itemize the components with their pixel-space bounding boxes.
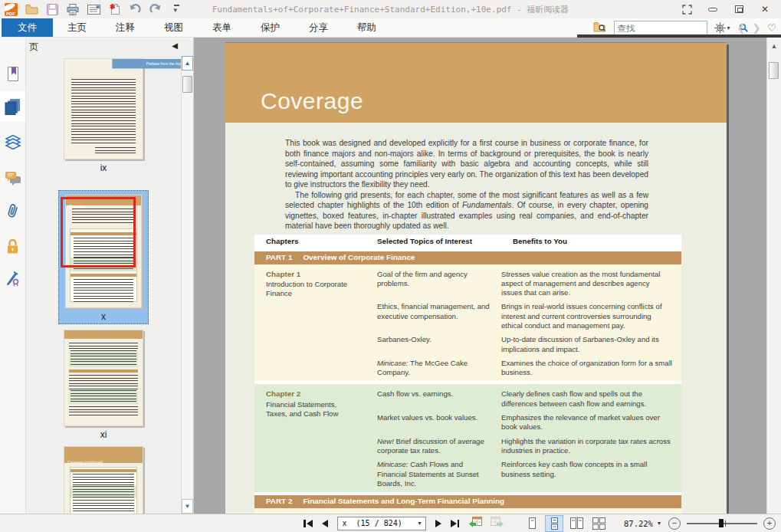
table-row: Ethics, financial management, and execut… [366,302,681,330]
single-page-mode-icon[interactable] [523,516,540,531]
column-header: Benefits to You [501,237,681,246]
table-row: Market values vs. book values. Emphasize… [366,413,681,432]
document-viewer[interactable]: Coverage This book was designed and deve… [194,38,766,514]
create-pdf-icon[interactable]: ✱ [107,2,121,16]
security-panel-icon[interactable] [0,232,25,260]
save-icon[interactable] [45,2,59,16]
thumb-scrollbar-thumb[interactable] [182,76,192,93]
scroll-up-icon[interactable]: ▲ [767,42,781,50]
thumbnail-page-x-selected[interactable]: Coverage x [58,190,149,324]
thumbnail-text-lines [95,147,136,153]
thumbnail-scrollbar[interactable]: ▲ ▼ [181,56,193,514]
thumbnail-page-xi[interactable]: xi [64,330,143,440]
thumb-scroll-down-button[interactable]: ▼ [182,499,193,514]
signatures-panel-icon[interactable] [0,264,25,292]
chapter-title: Introduction to Corporate Finance [266,280,353,299]
zoom-out-button[interactable]: − [668,517,681,530]
print-icon[interactable] [66,2,80,16]
thumbnail-header-text: Coverage (continued) [67,461,103,465]
tab-home[interactable]: 主页 [53,18,101,37]
thumbnail-header-text: Coverage [69,205,85,209]
document-scrollbar[interactable]: ▲ [766,38,781,514]
attachments-panel-icon[interactable] [0,197,25,225]
table-row: Cash flow vs. earnings. Clearly defines … [366,389,681,409]
customize-toolbar-dropdown-icon[interactable]: ▾ [169,2,183,16]
page-layout-modes [523,516,607,531]
last-page-button[interactable] [451,520,460,527]
search-in-folder-icon[interactable] [593,21,607,35]
heart-icon[interactable]: ♡ [767,22,776,34]
facing-mode-icon[interactable] [568,516,585,531]
email-icon[interactable] [87,2,100,16]
thumbnail-page-next[interactable]: Coverage (continued) [64,446,143,514]
table-row: Minicase: Cash Flows and Financial State… [366,460,681,488]
panel-collapse-icon[interactable]: ◀ [172,41,178,50]
column-header: Chapters [254,237,366,246]
layers-panel-icon[interactable] [0,128,25,156]
thumbnail-label: xi [64,429,143,440]
bookmarks-panel-icon[interactable] [0,60,25,87]
tab-share[interactable]: 分享 [294,18,343,37]
quick-access-toolbar: PDF ✱ ▾ [0,2,183,16]
close-button[interactable]: ✕ [752,1,778,18]
part-2-header-row: PART 2Financial Statements and Long-Term… [254,495,681,508]
page-number-field[interactable]: x (15 / 824) ▾ [337,517,426,530]
tab-form[interactable]: 表单 [198,18,246,37]
previous-page-button[interactable] [322,520,328,527]
intro-paragraph-2: The following grid presents, for each ch… [285,190,648,232]
intro-paragraph-1: This book was designed and developed exp… [285,138,648,190]
part-1-header-row: PART 1Overview of Corporate Finance [254,251,681,264]
minimize-button[interactable] [700,1,726,18]
first-page-button[interactable] [304,520,313,527]
open-file-icon[interactable] [25,2,38,16]
next-view-icon[interactable] [490,516,504,530]
tab-comment[interactable]: 注释 [101,18,149,37]
table-section-chapter-2: Chapter 2 Financial Statements, Taxes, a… [254,384,681,492]
scrollbar-thumb[interactable] [769,62,779,79]
page-title-banner: Coverage [225,43,727,123]
table-section-chapter-3: Chapter 3 Working with Financial Expande… [254,508,681,514]
status-bar: x (15 / 824) ▾ 87.22% ▾ − [0,514,781,532]
thumbnail-header-text: Preface from the Authors [146,62,181,67]
tab-help[interactable]: 帮助 [343,18,391,37]
zoom-level-value[interactable]: 87.22% [624,519,653,528]
redo-icon[interactable] [149,2,162,16]
table-row: Goal of the firm and agency problems. St… [366,270,681,298]
zoom-slider[interactable] [687,517,757,530]
search-box [614,21,707,36]
thumbnail-page-ix[interactable]: Preface from the Authors ix [64,58,143,173]
pages-panel-icon[interactable] [0,91,25,122]
page-number-value[interactable]: x (15 / 824) [338,519,415,527]
window-controls: ✕ [674,0,778,18]
continuous-mode-icon[interactable] [546,516,563,531]
next-page-button[interactable] [435,520,441,527]
column-header: Selected Topics of Interest [366,237,501,246]
table-row: Sarbanes-Oxley. Up-to-date discussion of… [366,335,681,354]
tab-file[interactable]: 文件 [2,18,53,37]
ribbon-layout-icon[interactable] [674,1,700,18]
page-title: Coverage [261,88,363,114]
page-field-dropdown-icon[interactable]: ▾ [415,520,425,527]
restore-button[interactable] [726,1,752,18]
foxit-logo-icon[interactable]: PDF [4,2,18,16]
undo-icon[interactable] [128,2,142,16]
find-previous-icon[interactable]: ❮ [737,22,746,34]
tab-view[interactable]: 视图 [149,18,198,37]
thumbnail-text-lines [72,209,135,225]
search-options-gear-icon[interactable]: ▾ [714,22,730,34]
previous-view-icon[interactable] [468,516,483,530]
pdf-page: Coverage This book was designed and deve… [225,42,727,514]
thumb-scroll-up-button[interactable]: ▲ [182,56,193,71]
comments-panel-icon[interactable] [0,165,25,192]
table-section-chapter-1: Chapter 1 Introduction to Corporate Fina… [254,264,681,382]
find-next-icon[interactable]: ❯ [752,22,760,34]
tab-protect[interactable]: 保护 [246,18,294,37]
continuous-facing-mode-icon[interactable] [590,516,607,531]
thumbnail-label: x [65,311,142,322]
zoom-in-button[interactable]: + [763,517,776,530]
zoom-slider-handle[interactable] [719,519,724,527]
zoom-dropdown-icon[interactable]: ▾ [658,520,661,527]
chapter-name: Chapter 2 [266,389,353,399]
panel-title: 页 [26,38,193,56]
thumbnail-list: Preface from the Authors ix Coverage [26,56,181,514]
